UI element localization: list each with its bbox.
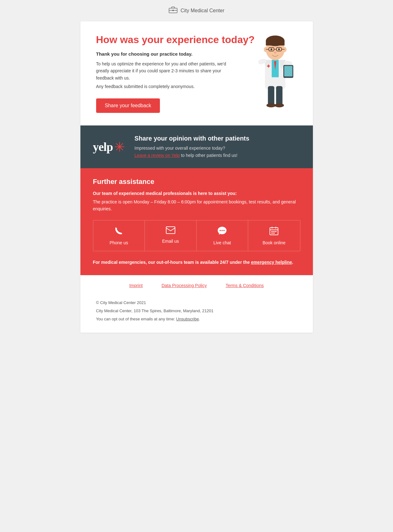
phone-label: Phone us [110, 240, 128, 245]
email-label: Email us [162, 239, 179, 244]
svg-point-27 [278, 48, 280, 50]
emergency-helpline-link[interactable]: emergency helpline [251, 260, 292, 265]
yelp-review-link[interactable]: Leave a review on Yelp [134, 153, 180, 158]
terms-link[interactable]: Terms & Conditions [226, 283, 264, 288]
livechat-contact[interactable]: Live chat [197, 220, 248, 251]
feedback-section: How was your experience today? Thank you… [80, 21, 313, 125]
assistance-subtitle: Our team of experienced medical professi… [93, 191, 300, 196]
main-container: How was your experience today? Thank you… [80, 21, 313, 333]
doctor-illustration [250, 28, 300, 109]
book-online-label: Book online [263, 240, 286, 245]
yelp-line2: to help other patients find us! [180, 153, 237, 158]
assistance-body: The practice is open Monday – Friday 8:0… [93, 198, 300, 213]
svg-rect-5 [276, 86, 282, 105]
copyright-line3: You can opt out of these emails at any t… [96, 315, 297, 323]
copyright-line1: © City Medical Center 2021 [96, 299, 297, 307]
emergency-end: . [292, 260, 293, 265]
yelp-content: Share your opinion with other patients I… [134, 135, 249, 159]
svg-point-26 [270, 48, 272, 50]
calendar-icon [269, 226, 279, 238]
phone-contact[interactable]: Phone us [93, 220, 145, 251]
svg-point-30 [274, 52, 276, 53]
svg-point-22 [282, 47, 287, 52]
svg-rect-42 [273, 231, 275, 232]
svg-rect-31 [166, 227, 175, 234]
imprint-link[interactable]: Imprint [129, 283, 143, 288]
site-title: City Medical Center [181, 8, 225, 14]
svg-rect-45 [273, 233, 275, 234]
livechat-label: Live chat [213, 240, 231, 245]
feedback-body: To help us optimize the experience for y… [96, 60, 231, 81]
emergency-text: For medical emergencies, our out-of-hour… [93, 259, 300, 266]
svg-rect-4 [268, 86, 274, 105]
svg-rect-43 [275, 231, 276, 232]
svg-rect-2 [172, 10, 174, 11]
svg-point-21 [264, 47, 268, 52]
svg-point-6 [266, 103, 276, 108]
svg-point-33 [220, 230, 221, 231]
briefcase-icon [169, 6, 177, 15]
chat-icon [217, 226, 227, 238]
yelp-heading: Share your opinion with other patients [134, 135, 249, 142]
svg-rect-20 [266, 41, 284, 46]
email-icon [166, 226, 175, 236]
unsubscribe-link[interactable]: Unsubscribe [176, 317, 199, 321]
phone-icon [114, 226, 123, 238]
footer-links: Imprint Data Processing Policy Terms & C… [80, 275, 313, 296]
svg-point-35 [223, 230, 225, 231]
yelp-logo: yelp ✳ [93, 139, 125, 155]
assistance-title: Further assistance [93, 178, 300, 186]
yelp-wordmark: yelp [93, 140, 113, 154]
share-feedback-button[interactable]: Share your feedback [96, 98, 160, 113]
svg-point-34 [221, 230, 223, 231]
yelp-star-icon: ✳ [114, 139, 125, 155]
yelp-line1: Impressed with your overall experience t… [134, 146, 225, 151]
copyright-section: © City Medical Center 2021 City Medical … [80, 296, 313, 333]
emergency-prefix: For medical emergencies, our out-of-hour… [93, 260, 251, 265]
book-online-contact[interactable]: Book online [248, 220, 300, 251]
copyright-line2: City Medical Center, 103 The Spires, Bal… [96, 307, 297, 315]
svg-rect-44 [271, 233, 273, 234]
svg-point-7 [275, 103, 284, 108]
contact-grid: Phone us Email us [93, 220, 300, 251]
data-processing-link[interactable]: Data Processing Policy [161, 283, 207, 288]
yelp-body: Impressed with your overall experience t… [134, 145, 249, 159]
svg-rect-41 [271, 231, 273, 232]
yelp-section: yelp ✳ Share your opinion with other pat… [80, 125, 313, 168]
email-contact[interactable]: Email us [145, 220, 197, 251]
page-header: City Medical Center [169, 6, 225, 15]
svg-rect-17 [284, 66, 292, 76]
svg-rect-13 [268, 64, 269, 67]
assistance-section: Further assistance Our team of experienc… [80, 168, 313, 275]
